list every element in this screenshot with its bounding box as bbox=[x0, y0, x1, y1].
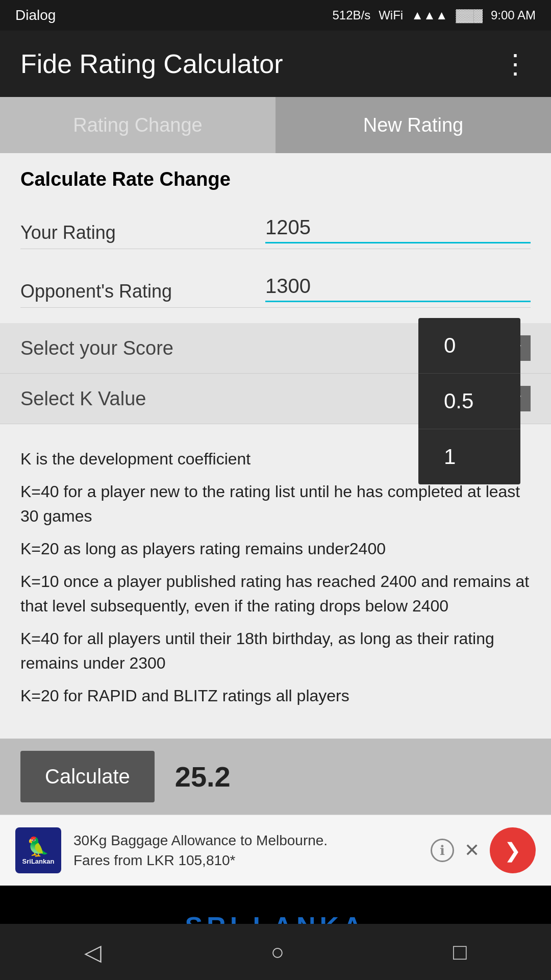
home-button[interactable]: ○ bbox=[270, 939, 284, 965]
your-rating-label: Your Rating bbox=[20, 222, 265, 243]
more-options-icon[interactable]: ⋮ bbox=[502, 48, 531, 79]
status-bar-right: 512B/s WiFi ▲▲▲ ▓▓▓ 9:00 AM bbox=[332, 8, 536, 22]
score-dropdown-menu: 0 0.5 1 bbox=[418, 318, 520, 484]
opponent-rating-input[interactable] bbox=[265, 275, 531, 302]
tab-new-rating[interactable]: New Rating bbox=[276, 97, 551, 153]
main-content: Calculate Rate Change Your Rating Oppone… bbox=[0, 153, 551, 323]
ad-info-icon[interactable]: ℹ bbox=[431, 839, 454, 862]
opponent-rating-label: Opponent's Rating bbox=[20, 281, 265, 302]
score-option-1[interactable]: 1 bbox=[418, 429, 520, 484]
k-desc-5: K=40 for all players until their 18th bi… bbox=[20, 626, 531, 675]
time-display: 9:00 AM bbox=[491, 8, 536, 22]
opponent-rating-input-wrapper bbox=[265, 275, 531, 302]
wifi-icon: WiFi bbox=[379, 8, 403, 22]
section-title: Calculate Rate Change bbox=[20, 168, 531, 190]
select-score-row: Select your Score ▼ 0 0.5 1 bbox=[0, 323, 551, 374]
calculate-button[interactable]: Calculate bbox=[20, 751, 155, 802]
ad-banner: 🦜 SriLankan 30Kg Baggage Allowance to Me… bbox=[0, 815, 551, 886]
nav-bar: ◁ ○ □ bbox=[0, 924, 551, 980]
app-title: Fide Rating Calculator bbox=[20, 48, 283, 79]
ad-text: 30Kg Baggage Allowance to Melbourne. Far… bbox=[73, 830, 359, 870]
score-option-05[interactable]: 0.5 bbox=[418, 374, 520, 429]
back-button[interactable]: ◁ bbox=[84, 939, 102, 965]
battery-icon: ▓▓▓ bbox=[456, 8, 483, 22]
tab-bar: Rating Change New Rating bbox=[0, 97, 551, 153]
ad-logo: 🦜 SriLankan bbox=[15, 827, 61, 873]
status-bar: Dialog 512B/s WiFi ▲▲▲ ▓▓▓ 9:00 AM bbox=[0, 0, 551, 31]
app-bar: Fide Rating Calculator ⋮ bbox=[0, 31, 551, 97]
ad-left: 🦜 SriLankan 30Kg Baggage Allowance to Me… bbox=[15, 827, 359, 873]
bottom-bar: Calculate 25.2 bbox=[0, 739, 551, 815]
recent-apps-button[interactable]: □ bbox=[453, 939, 467, 965]
ad-actions: ℹ ✕ ❯ bbox=[431, 827, 536, 873]
select-k-label: Select K Value bbox=[20, 388, 146, 410]
ad-arrow-button[interactable]: ❯ bbox=[490, 827, 536, 873]
your-rating-input[interactable] bbox=[265, 216, 531, 243]
k-desc-6: K=20 for RAPID and BLITZ ratings all pla… bbox=[20, 683, 531, 708]
score-option-0[interactable]: 0 bbox=[418, 318, 520, 374]
select-score-label: Select your Score bbox=[20, 337, 173, 359]
ad-arrow-icon: ❯ bbox=[504, 839, 521, 862]
ad-logo-text: SriLankan bbox=[22, 857, 55, 865]
app-label: Dialog bbox=[15, 7, 56, 23]
result-value: 25.2 bbox=[175, 760, 231, 793]
tab-rating-change[interactable]: Rating Change bbox=[0, 97, 276, 153]
k-desc-4: K=10 once a player published rating has … bbox=[20, 569, 531, 618]
k-desc-3: K=20 as long as players rating remains u… bbox=[20, 536, 531, 561]
ad-close-icon[interactable]: ✕ bbox=[464, 840, 480, 861]
network-speed: 512B/s bbox=[332, 8, 370, 22]
opponent-rating-row: Opponent's Rating bbox=[20, 259, 531, 308]
k-desc-2: K=40 for a player new to the rating list… bbox=[20, 479, 531, 528]
your-rating-input-wrapper bbox=[265, 216, 531, 243]
your-rating-row: Your Rating bbox=[20, 201, 531, 249]
srilankan-bird-icon: 🦜 bbox=[27, 836, 49, 857]
signal-icon: ▲▲▲ bbox=[411, 8, 447, 22]
